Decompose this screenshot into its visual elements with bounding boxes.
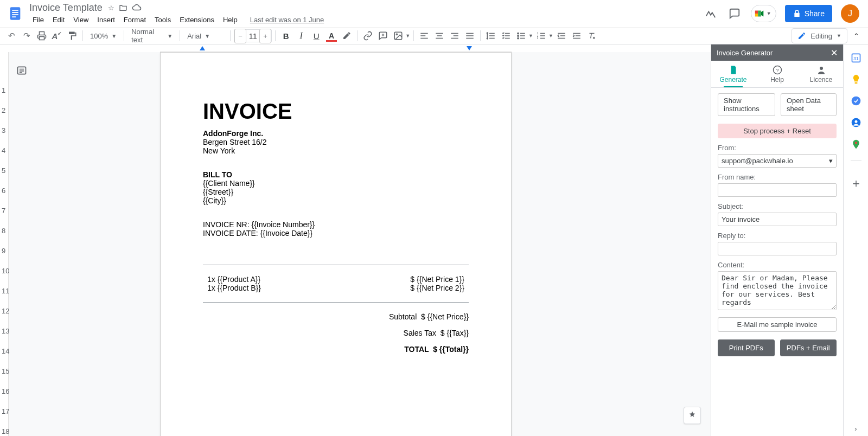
right-margin-marker[interactable] [467, 46, 472, 50]
get-addons-button[interactable]: ＋ [850, 175, 862, 191]
activity-icon[interactable] [703, 6, 718, 21]
menu-edit[interactable]: Edit [49, 15, 68, 25]
account-avatar[interactable]: J [841, 4, 859, 23]
editing-mode-select[interactable]: Editing ▼ [792, 28, 847, 43]
bulleted-list-button[interactable] [514, 29, 528, 43]
clear-formatting-button[interactable] [585, 29, 599, 43]
align-left-button[interactable] [417, 29, 431, 43]
pdfs-email-button[interactable]: PDFs + Email [780, 339, 837, 356]
menu-extensions[interactable]: Extensions [176, 15, 218, 25]
font-size-value[interactable]: 11 [246, 32, 259, 40]
explore-button[interactable] [684, 407, 701, 424]
underline-button[interactable]: U [309, 29, 323, 43]
share-button[interactable]: Share [785, 5, 832, 22]
font-size-decrease[interactable]: − [234, 29, 246, 43]
tab-help[interactable]: ? Help [755, 61, 799, 87]
left-indent-marker[interactable] [200, 46, 205, 50]
move-icon[interactable] [119, 3, 127, 12]
stop-reset-button[interactable]: Stop process + Reset [718, 124, 837, 138]
redo-button[interactable]: ↷ [20, 29, 34, 43]
spellcheck-button[interactable]: A✔ [50, 29, 64, 43]
paragraph-style-select[interactable]: Normal text▼ [127, 29, 176, 43]
print-pdfs-button[interactable]: Print PDFs [718, 339, 775, 356]
client-name-placeholder: {{Client Name}} [203, 179, 469, 188]
content-label: Content: [718, 261, 837, 269]
docs-logo[interactable] [4, 3, 26, 24]
zoom-select[interactable]: 100%▼ [86, 29, 120, 43]
toolbar-collapse-button[interactable]: ⌃ [848, 32, 864, 40]
menu-insert[interactable]: Insert [93, 15, 119, 25]
menu-file[interactable]: File [29, 15, 48, 25]
document-page[interactable]: INVOICE AddonForge Inc. Bergen Street 16… [160, 52, 512, 436]
font-select[interactable]: Arial▼ [183, 29, 227, 43]
indent-decrease-button[interactable] [554, 29, 569, 43]
star-icon[interactable]: ☆ [108, 3, 114, 12]
svg-rect-5 [755, 11, 758, 14]
undo-button[interactable]: ↶ [4, 29, 18, 43]
indent-increase-button[interactable] [570, 29, 584, 43]
svg-text:?: ? [776, 67, 779, 73]
toolbar: ↶ ↷ A✔ 100%▼ Normal text▼ Arial▼ − 11 + … [0, 27, 868, 44]
menu-help[interactable]: Help [219, 15, 241, 25]
paint-format-button[interactable] [65, 29, 79, 43]
chevron-down-icon[interactable]: ▼ [548, 33, 553, 39]
from-name-input[interactable] [718, 183, 837, 197]
svg-point-11 [518, 35, 519, 36]
menu-format[interactable]: Format [120, 15, 150, 25]
svg-rect-0 [10, 7, 21, 20]
show-instructions-button[interactable]: Show instructions [718, 93, 775, 116]
menu-view[interactable]: View [69, 15, 92, 25]
content-textarea[interactable] [718, 271, 837, 310]
chevron-down-icon: ▼ [767, 11, 771, 16]
highlight-button[interactable] [340, 29, 354, 43]
contacts-icon[interactable] [851, 117, 861, 128]
tax-line: Sales Tax $ {{Tax}} [203, 329, 469, 337]
chevron-down-icon[interactable]: ▼ [405, 33, 410, 39]
side-panel-collapse-button[interactable]: › [843, 421, 868, 436]
text-color-button[interactable]: A [324, 29, 339, 43]
last-edit-link[interactable]: Last edit was on 1 June [250, 16, 324, 24]
email-sample-button[interactable]: E-Mail me sample invoice [718, 317, 837, 332]
print-button[interactable] [35, 29, 49, 43]
maps-icon[interactable] [851, 139, 861, 150]
addon-title: Invoice Generator [717, 49, 773, 57]
font-size-increase[interactable]: + [259, 29, 271, 43]
calendar-icon[interactable]: 31 [851, 52, 861, 63]
from-select[interactable]: support@packwhale.io▾ [718, 154, 837, 168]
svg-rect-4 [12, 16, 16, 17]
meet-button[interactable]: ▼ [751, 5, 776, 22]
vertical-ruler[interactable]: 1 2 3 4 5 6 7 8 9 10 11 12 13 14 15 16 1… [0, 52, 9, 436]
bold-button[interactable]: B [279, 29, 293, 43]
subject-input[interactable] [718, 213, 837, 226]
line-spacing-button[interactable] [484, 29, 498, 43]
chevron-down-icon[interactable]: ▼ [528, 33, 533, 39]
close-icon[interactable]: ✕ [831, 48, 838, 58]
insert-image-button[interactable] [391, 29, 405, 43]
addon-body: Show instructions Open Data sheet Stop p… [711, 88, 843, 362]
tab-generate[interactable]: Generate [711, 61, 755, 87]
reply-to-input[interactable] [718, 242, 837, 255]
doc-title[interactable]: Invoice Template [28, 2, 104, 14]
tasks-icon[interactable] [851, 95, 861, 106]
align-center-button[interactable] [432, 29, 446, 43]
italic-button[interactable]: I [294, 29, 308, 43]
svg-text:31: 31 [853, 56, 859, 61]
checklist-button[interactable] [499, 29, 513, 43]
insert-link-button[interactable] [361, 29, 375, 43]
align-justify-button[interactable] [463, 29, 477, 43]
open-data-sheet-button[interactable]: Open Data sheet [781, 93, 837, 116]
font-size-stepper[interactable]: − 11 + [234, 29, 272, 42]
menu-tools[interactable]: Tools [151, 15, 175, 25]
insert-comment-button[interactable] [376, 29, 390, 43]
keep-icon[interactable] [851, 74, 861, 85]
outline-toggle-button[interactable] [14, 63, 29, 78]
document-canvas[interactable]: 1 2 3 4 5 6 7 8 9 10 11 12 13 14 15 16 1… [0, 52, 711, 436]
comments-icon[interactable] [727, 6, 742, 21]
numbered-list-button[interactable]: 123 [534, 29, 548, 43]
cloud-status-icon[interactable] [132, 3, 142, 12]
svg-point-9 [396, 34, 397, 35]
horizontal-ruler[interactable]: 2 1 1 2 3 4 5 6 7 8 9 10 11 12 13 14 15 … [0, 44, 711, 52]
svg-point-23 [851, 97, 860, 106]
tab-licence[interactable]: Licence [799, 61, 843, 87]
align-right-button[interactable] [448, 29, 462, 43]
